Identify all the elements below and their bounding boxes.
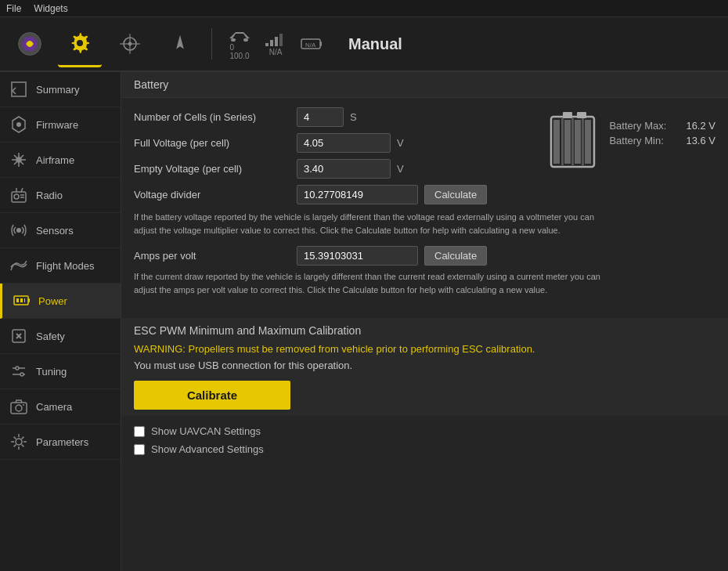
svg-rect-51 (564, 120, 571, 164)
parameters-icon (9, 432, 28, 451)
svg-rect-29 (20, 298, 23, 302)
menu-bar: File Widgets (0, 0, 728, 17)
sidebar-item-safety[interactable]: Safety (0, 319, 121, 354)
sidebar-label-safety: Safety (36, 331, 65, 342)
safety-icon (9, 327, 28, 345)
num-cells-unit: S (350, 111, 362, 123)
advanced-settings-checkbox-row[interactable]: Show Advanced Settings (134, 443, 715, 455)
logo-button[interactable] (8, 20, 52, 67)
voltage-info-text: If the battery voltage reported by the v… (134, 211, 619, 237)
svg-point-17 (16, 122, 21, 127)
settings-button[interactable] (58, 20, 102, 67)
sidebar-item-radio[interactable]: Radio (0, 178, 121, 213)
svg-point-20 (14, 194, 19, 199)
svg-rect-11 (270, 40, 273, 46)
amps-per-volt-label: Amps per volt (134, 250, 290, 262)
battery-min-value: 13.6 V (686, 135, 715, 146)
vehicle-icon (228, 27, 251, 43)
vehicle-status: 0 100.0 (228, 27, 251, 60)
menu-widgets[interactable]: Widgets (34, 3, 67, 14)
svg-point-3 (77, 40, 83, 46)
svg-rect-46 (577, 112, 586, 118)
num-cells-row: Number of Cells (in Series) S (134, 107, 545, 127)
toolbar-status: 0 100.0 N/A N/A Manual (228, 27, 402, 60)
content-area: Battery Number of Cells (in Series) S Fu… (121, 72, 728, 571)
svg-point-39 (20, 373, 23, 376)
sidebar: Summary Firmware Airframe (0, 72, 121, 571)
sidebar-label-summary: Summary (36, 84, 80, 96)
svg-text:N/A: N/A (305, 42, 316, 49)
vehicle-value: 0 100.0 (229, 43, 249, 60)
empty-voltage-row: Empty Voltage (per cell) V (134, 159, 545, 179)
svg-rect-50 (553, 120, 560, 164)
voltage-divider-row: Voltage divider Calculate (134, 185, 715, 204)
voltage-divider-input[interactable] (297, 185, 418, 204)
svg-rect-45 (563, 112, 572, 118)
sidebar-item-parameters[interactable]: Parameters (0, 425, 121, 460)
sidebar-item-flight-modes[interactable]: Flight Modes (0, 248, 121, 284)
summary-icon (9, 80, 28, 99)
sidebar-label-sensors: Sensors (36, 225, 74, 237)
full-voltage-row: Full Voltage (per cell) V (134, 133, 545, 153)
svg-rect-8 (231, 38, 236, 42)
sidebar-label-power: Power (38, 295, 67, 307)
amps-calculate-button[interactable]: Calculate (424, 246, 487, 266)
sidebar-item-sensors[interactable]: Sensors (0, 213, 121, 248)
sidebar-label-flight-modes: Flight Modes (36, 260, 94, 272)
section-title: Battery (121, 72, 728, 98)
firmware-icon (9, 115, 28, 134)
sidebar-label-airframe: Airframe (36, 154, 74, 166)
num-cells-label: Number of Cells (in Series) (134, 111, 290, 123)
svg-rect-49 (582, 118, 584, 165)
svg-rect-47 (561, 118, 564, 165)
amps-per-volt-input[interactable] (297, 246, 418, 266)
svg-rect-15 (320, 42, 322, 46)
amps-info-text: If the current draw reported by the vehi… (134, 270, 619, 296)
plan-button[interactable] (108, 20, 152, 67)
svg-point-42 (23, 404, 24, 406)
sidebar-item-camera[interactable]: Camera (0, 389, 121, 425)
svg-rect-52 (575, 120, 581, 164)
battery-min-label: Battery Min: (609, 135, 679, 146)
sidebar-item-airframe[interactable]: Airframe (0, 143, 121, 178)
sidebar-item-power[interactable]: Power (0, 284, 121, 319)
esc-title: ESC PWM Minimum and Maximum Calibration (134, 324, 715, 337)
qgc-logo-icon (17, 31, 42, 56)
advanced-settings-checkbox[interactable] (134, 444, 145, 455)
fly-icon (168, 31, 193, 56)
signal-status: N/A (264, 32, 287, 56)
calibrate-button[interactable]: Calibrate (134, 381, 290, 410)
svg-rect-27 (28, 298, 30, 302)
fly-button[interactable] (158, 20, 202, 67)
full-voltage-label: Full Voltage (per cell) (134, 137, 290, 149)
battery-max-label: Battery Max: (609, 120, 679, 132)
battery-max-value: 16.2 V (686, 120, 715, 132)
sidebar-item-summary[interactable]: Summary (0, 72, 121, 107)
toolbar-separator-1 (211, 28, 212, 60)
battery-section: Number of Cells (in Series) S Full Volta… (121, 98, 728, 315)
uavcan-checkbox[interactable] (134, 426, 145, 437)
num-cells-input[interactable] (297, 107, 344, 127)
sidebar-label-firmware: Firmware (36, 119, 78, 131)
battery-max-row: Battery Max: 16.2 V (609, 120, 715, 132)
sidebar-item-tuning[interactable]: Tuning (0, 354, 121, 389)
full-voltage-input[interactable] (297, 133, 391, 153)
sidebar-item-firmware[interactable]: Firmware (0, 107, 121, 143)
empty-voltage-input[interactable] (297, 159, 391, 179)
menu-file[interactable]: File (6, 3, 21, 14)
toolbar: 0 100.0 N/A N/A Manual (0, 17, 728, 72)
radio-icon (9, 186, 28, 204)
settings-icon (67, 31, 92, 56)
flight-mode: Manual (348, 35, 402, 53)
signal-value: N/A (269, 48, 283, 56)
voltage-divider-calculate-button[interactable]: Calculate (424, 185, 487, 204)
svg-rect-13 (279, 34, 283, 46)
battery-min-row: Battery Min: 13.6 V (609, 135, 715, 146)
svg-rect-28 (16, 298, 19, 302)
svg-rect-53 (585, 120, 591, 164)
uavcan-checkbox-row[interactable]: Show UAVCAN Settings (134, 425, 715, 437)
empty-voltage-unit: V (397, 163, 409, 175)
svg-rect-9 (243, 38, 248, 42)
checkbox-section: Show UAVCAN Settings Show Advanced Setti… (121, 416, 728, 464)
battery-graphic-icon (547, 110, 598, 173)
